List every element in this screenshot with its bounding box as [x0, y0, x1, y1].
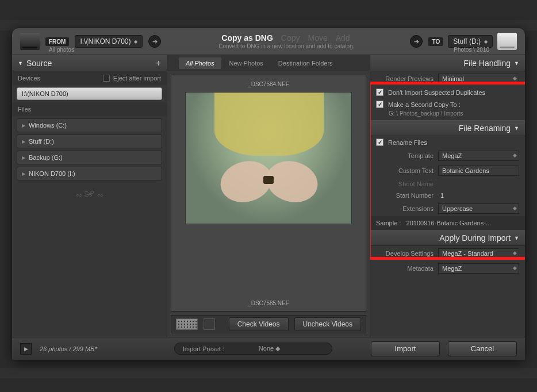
uncheck-videos-button[interactable]: Uncheck Videos	[294, 317, 362, 331]
triangle-down-icon: ▼	[18, 60, 23, 66]
eject-label: Eject after import	[113, 75, 161, 82]
files-label: Files	[18, 106, 31, 113]
dropdown-icon: ◆	[513, 265, 517, 271]
add-source-icon[interactable]: +	[156, 58, 161, 68]
mode-copy-as-dng[interactable]: Copy as DNG	[221, 33, 273, 43]
extensions-value: Uppercase	[442, 205, 473, 212]
photo-thumbnail[interactable]	[185, 92, 352, 224]
dropdown-icon: ◆	[513, 75, 517, 81]
files-header: Files	[12, 102, 167, 116]
caret-icon: ◆	[484, 39, 488, 44]
file-renaming-header[interactable]: File Renaming ▼	[370, 120, 525, 136]
source-header[interactable]: ▼ Source +	[12, 55, 167, 71]
render-previews-select[interactable]: Minimal◆	[438, 74, 519, 84]
second-copy-checkbox[interactable]: ✓	[376, 101, 383, 108]
custom-text-label: Custom Text	[376, 167, 434, 174]
dropdown-icon: ◆	[513, 152, 517, 158]
from-tag: FROM	[45, 37, 69, 46]
tab-all-photos[interactable]: All Photos	[179, 57, 221, 69]
template-select[interactable]: MegaZ◆	[438, 151, 519, 161]
from-subtext: All photos	[49, 47, 74, 53]
render-previews-label: Render Previews	[376, 75, 434, 82]
metadata-select[interactable]: MegaZ◆	[438, 263, 519, 274]
thumbnail-grid[interactable]: _DSC7584.NEF _DSC7585.NEF	[171, 75, 366, 312]
tab-destination-folders[interactable]: Destination Folders	[271, 57, 340, 69]
top-bar: FROM I:\(NIKON D700) ◆ All photos ➔ Copy…	[12, 28, 525, 55]
rename-files-checkbox[interactable]: ✓	[376, 139, 383, 146]
file-handling-label: File Handling	[463, 59, 511, 68]
volume-item[interactable]: ▶NIKON D700 (I:)	[17, 167, 162, 180]
preset-label: Import Preset :	[183, 345, 224, 352]
custom-text-value: Botanic Gardens	[442, 167, 489, 174]
filename-label: _DSC7585.NEF	[248, 300, 289, 306]
volume-label: Stuff (D:)	[29, 138, 54, 145]
mode-add[interactable]: Add	[336, 33, 350, 43]
rename-files-label: Rename Files	[388, 139, 427, 146]
filename-label: _DSC7584.NEF	[248, 81, 289, 87]
expand-button[interactable]: ▶	[20, 343, 32, 355]
from-path-button[interactable]: I:\(NIKON D700) ◆	[75, 35, 143, 48]
arrow-right-icon[interactable]: ➔	[410, 35, 423, 48]
import-mode-selector: Copy as DNG Copy Move Add Convert to DNG…	[167, 33, 404, 49]
second-copy-label: Make a Second Copy To :	[388, 101, 461, 108]
dont-import-duplicates-label: Don't Import Suspected Duplicates	[388, 89, 485, 96]
import-button[interactable]: Import	[371, 341, 440, 356]
triangle-right-icon: ▶	[22, 139, 25, 144]
import-preset-selector[interactable]: Import Preset : None ◆	[174, 343, 333, 355]
apply-during-import-label: Apply During Import	[439, 233, 511, 243]
apply-during-import-header[interactable]: Apply During Import ▼	[370, 230, 525, 246]
dropdown-icon: ◆	[513, 205, 517, 211]
custom-text-input[interactable]: Botanic Gardens	[438, 166, 519, 176]
dont-import-duplicates-checkbox[interactable]: ✓	[376, 89, 383, 96]
arrow-right-icon[interactable]: ➔	[148, 35, 161, 48]
filter-tabs: All Photos New Photos Destination Folder…	[167, 55, 370, 71]
metadata-label: Metadata	[376, 265, 434, 272]
bottom-bar: ▶ 26 photos / 299 MB* Import Preset : No…	[12, 337, 525, 360]
extensions-select[interactable]: Uppercase◆	[438, 203, 519, 214]
triangle-right-icon: ▶	[22, 171, 25, 176]
volume-item[interactable]: ▶Stuff (D:)	[17, 134, 162, 148]
mode-description: Convert to DNG in a new location and add…	[167, 43, 404, 49]
to-path-button[interactable]: Stuff (D:) ◆	[448, 35, 493, 48]
check-videos-button[interactable]: Check Videos	[229, 317, 289, 331]
metadata-value: MegaZ	[442, 265, 462, 272]
triangle-right-icon: ▶	[22, 123, 25, 128]
develop-settings-select[interactable]: MegaZ - Standard◆	[438, 248, 519, 259]
grid-view-icon[interactable]	[176, 318, 198, 330]
volume-label: NIKON D700 (I:)	[29, 170, 75, 177]
mode-copy[interactable]: Copy	[281, 33, 300, 43]
extensions-label: Extensions	[376, 205, 434, 212]
develop-settings-value: MegaZ - Standard	[442, 250, 493, 257]
file-handling-header[interactable]: File Handling ▼	[370, 55, 525, 71]
start-number-label: Start Number	[376, 192, 434, 199]
sort-icon[interactable]	[204, 318, 215, 330]
selected-device[interactable]: I:\(NIKON D700)	[17, 87, 162, 100]
volume-item[interactable]: ▶Backup (G:)	[17, 151, 162, 164]
volume-item[interactable]: ▶Windows (C:)	[17, 118, 162, 132]
import-status: 26 photos / 299 MB*	[40, 345, 97, 352]
from-path-text: I:\(NIKON D700)	[80, 37, 131, 45]
to-subtext: Photos \ 2010	[454, 47, 489, 53]
triangle-down-icon: ▼	[514, 125, 519, 131]
triangle-down-icon: ▼	[514, 60, 519, 66]
start-number-value[interactable]: 1	[438, 192, 519, 199]
sample-value: 20100916-Botanic Gardens-...	[406, 220, 491, 226]
file-renaming-label: File Renaming	[459, 124, 511, 133]
caret-icon: ◆	[134, 39, 137, 44]
settings-panel: File Handling ▼ Render Previews Minimal◆…	[370, 55, 525, 337]
develop-settings-label: Develop Settings	[376, 250, 434, 257]
eject-checkbox[interactable]	[103, 75, 110, 82]
source-header-label: Source	[26, 59, 52, 68]
sample-row: Sample : 20100916-Botanic Gardens-...	[370, 216, 525, 230]
source-drive-icon	[20, 33, 40, 50]
cancel-button[interactable]: Cancel	[448, 341, 517, 356]
volume-label: Windows (C:)	[29, 122, 67, 129]
devices-label: Devices	[18, 75, 40, 82]
preview-area: All Photos New Photos Destination Folder…	[167, 55, 370, 337]
tab-new-photos[interactable]: New Photos	[223, 57, 270, 69]
ornament-icon: ∾೫∾	[12, 187, 167, 202]
sample-label: Sample :	[376, 220, 401, 226]
template-value: MegaZ	[442, 152, 462, 159]
mode-move[interactable]: Move	[308, 33, 327, 43]
template-label: Template	[376, 152, 434, 159]
